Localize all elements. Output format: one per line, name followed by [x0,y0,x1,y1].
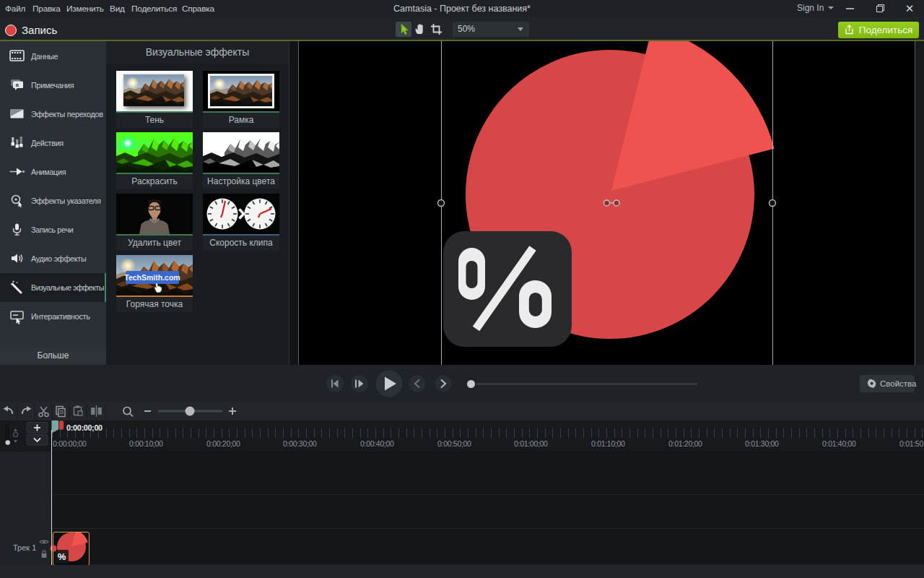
svg-text:%: % [58,551,66,562]
svg-text:TechSmith.com: TechSmith.com [124,273,180,282]
